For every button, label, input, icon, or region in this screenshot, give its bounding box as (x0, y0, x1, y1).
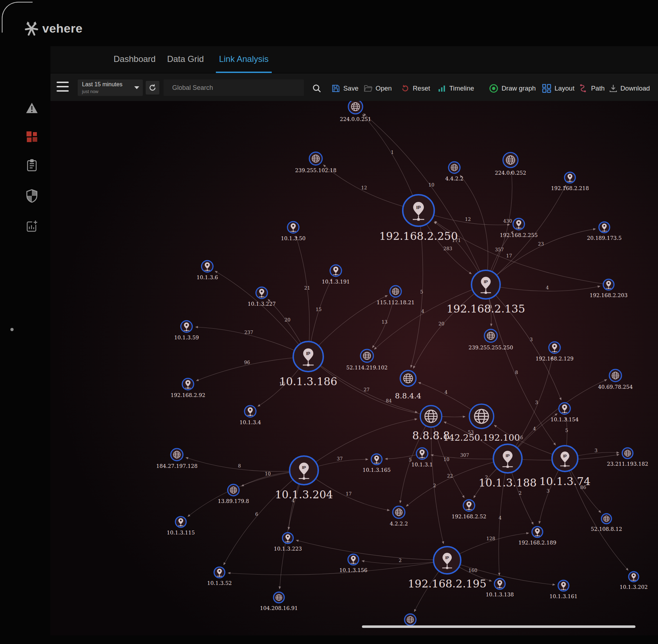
edge-weight-label: 13 (382, 319, 388, 325)
alert-triangle-icon (25, 102, 38, 114)
node-ip-label: 13.89.179.8 (218, 498, 249, 504)
dashboard-grid-icon (26, 131, 38, 143)
draw-graph-icon (489, 84, 498, 93)
edge-weight-label: 357 (495, 247, 504, 252)
node-ip-label: 10.1.3.204 (275, 488, 333, 501)
time-range-label: Last 15 minutes (82, 81, 122, 88)
node-ip-label: 40.69.78.254 (598, 384, 633, 390)
edge-weight-label: 307 (460, 452, 469, 458)
edge-weight-label: 37 (337, 456, 343, 461)
tab-link-analysis[interactable]: Link Analysis (216, 46, 272, 73)
app-header (0, 0, 658, 46)
edge-weight-label: 160 (469, 568, 478, 573)
node-ip-label: 192.168.2.52 (452, 514, 487, 519)
edge-weight-label: 10 (265, 471, 271, 476)
node-ip-label: 4.4.2.2 (445, 176, 464, 181)
node-ip-label: 10.1.3.223 (274, 546, 302, 552)
edge-weight-label: 6 (255, 512, 258, 517)
node-ip-label: 10.1.3.202 (620, 584, 648, 590)
node-ip-label: 192.168.2.203 (590, 292, 628, 298)
brand-name: vehere (42, 21, 83, 35)
refresh-button[interactable] (146, 81, 159, 95)
edge-weight-label: 27 (364, 387, 370, 392)
edge-weight-label: 10 (444, 457, 450, 462)
node-ip-label: 192.168.2.135 (446, 302, 525, 315)
tab-data-grid[interactable]: Data Grid (162, 46, 209, 72)
edge-weight-label: 17 (346, 491, 352, 497)
horizontal-scrollbar[interactable] (362, 625, 635, 628)
node-ip-label: 192.168.2.195 (408, 577, 486, 590)
node-ip-label: 10.1.3.188 (479, 476, 537, 489)
node-ip-label: 10.1.3.115 (167, 530, 195, 536)
node-ip-label: 115.112.18.21 (377, 300, 415, 305)
save-icon (332, 84, 340, 93)
edge-weight-label: 128 (487, 536, 495, 541)
path-button[interactable]: Path (579, 82, 605, 95)
node-ip-label: 23.211.193.182 (607, 461, 648, 467)
menu-icon[interactable] (57, 82, 69, 92)
node-ip-label: 10.1.3.165 (363, 467, 391, 473)
node-ip-label: 10.1.3.154 (551, 417, 579, 422)
sidebar-item-alerts[interactable] (25, 101, 39, 115)
node-ip-label: 10.1.3.50 (281, 236, 305, 241)
edge-weight-label: 237 (245, 330, 253, 335)
canvas-background (50, 72, 658, 635)
open-folder-icon (364, 84, 372, 93)
edge-weight-label: 12 (361, 185, 367, 190)
edge-weight-label: 4 (421, 309, 424, 314)
time-range-sublabel: just now (82, 89, 98, 94)
refresh-icon (149, 84, 156, 92)
time-range-selector[interactable]: Last 15 minutes just now (78, 79, 143, 96)
node-ip-label: 192.168.2.129 (536, 356, 574, 362)
tab-dashboard[interactable]: Dashboard (111, 46, 158, 72)
layout-icon (542, 84, 551, 93)
download-button[interactable]: Download (609, 82, 650, 95)
global-search[interactable] (164, 79, 304, 96)
edge-weight-label: 8 (238, 463, 241, 469)
sidebar-item-add-chart[interactable] (25, 219, 39, 233)
edge-weight-label: 2 (519, 490, 522, 496)
download-label: Download (620, 84, 650, 92)
chevron-down-icon (134, 86, 139, 89)
node-ip-label: 192.168.2.218 (551, 185, 589, 191)
node-ip-label: 10.1.3.59 (174, 335, 199, 340)
node-ip-label: 4.2.2.2 (390, 521, 408, 527)
node-ip-label: 52.114.219.102 (346, 365, 387, 371)
layout-button[interactable]: Layout (542, 82, 575, 95)
brand-logo: vehere (24, 20, 83, 37)
search-icon (312, 84, 321, 93)
search-button[interactable] (310, 82, 324, 95)
edge-weight-label: 8 (515, 370, 518, 375)
sidebar-item-reports[interactable] (25, 159, 39, 172)
timeline-button[interactable]: Timeline (437, 82, 474, 95)
node-ip-label: 8.8.4.4 (395, 392, 421, 400)
search-input[interactable] (164, 79, 304, 96)
reset-button[interactable]: Reset (401, 82, 430, 95)
node-ip-label: 10.1.3.4 (240, 420, 261, 425)
save-button[interactable]: Save (332, 82, 358, 95)
vehere-logo-icon (24, 20, 39, 37)
edge-weight-label: 2 (399, 558, 402, 563)
draw-graph-button[interactable]: Draw graph (489, 82, 536, 95)
sidebar-item-security[interactable] (25, 189, 39, 203)
node-ip-label: 142.250.192.100 (443, 432, 520, 443)
graph-node-globe[interactable] (405, 614, 416, 625)
timeline-label: Timeline (449, 84, 474, 92)
node-ip-label: 10.1.3.138 (486, 592, 514, 597)
edge-weight-label: 96 (244, 360, 250, 365)
app-window: IP 1101243012357283171172349205413211520… (0, 0, 658, 644)
edge-weight-label: 17 (506, 253, 512, 258)
node-ip-label: 184.27.197.128 (156, 463, 197, 469)
node-ip-label: 52.108.8.12 (591, 526, 622, 532)
edge-weight-label: 3 (530, 337, 533, 342)
chart-add-icon (26, 220, 38, 233)
edge-weight-label: 430 (503, 218, 512, 224)
edge-weight-label: 283 (444, 246, 453, 251)
open-button[interactable]: Open (364, 82, 392, 95)
node-ip-label: 10.1.3.161 (550, 594, 577, 599)
clipboard-icon (26, 159, 38, 172)
node-ip-label: 192.168.2.189 (518, 540, 556, 546)
edge-weight-label: 4 (546, 285, 549, 290)
sidebar-item-dashboards[interactable] (25, 130, 39, 144)
node-ip-label: 192.168.2.92 (171, 392, 205, 398)
